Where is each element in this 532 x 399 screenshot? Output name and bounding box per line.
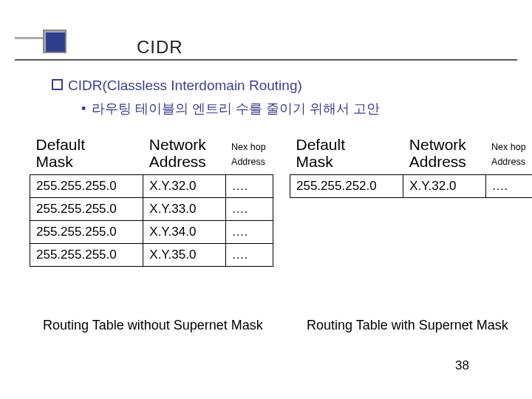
right-caption: Routing Table with Supernet Mask — [307, 318, 508, 333]
bullet-dot-icon: • — [81, 101, 86, 116]
col-header: Address — [409, 153, 466, 170]
cell-mask: 255.255.255.0 — [30, 244, 143, 267]
heading-row: CIDR(Classless Interdomain Routing) — [52, 78, 302, 94]
table-row: 255.255.255.0 X.Y.32.0 …. — [30, 175, 273, 198]
col-header: Nex hop — [491, 142, 526, 152]
cell-mask: 255.255.255.0 — [30, 175, 143, 198]
table-row: 255.255.252.0 X.Y.32.0 …. — [290, 175, 533, 198]
col-header: Nex hop — [231, 142, 266, 152]
table-row: 255.255.255.0 X.Y.34.0 …. — [30, 221, 273, 244]
decor-line — [15, 37, 43, 39]
bullet-hollow-square-icon — [52, 79, 63, 90]
col-header: Address — [231, 157, 265, 167]
cell-hop: …. — [485, 175, 532, 198]
col-header: Address — [149, 153, 206, 170]
cell-mask: 255.255.252.0 — [290, 175, 403, 198]
cell-net: X.Y.32.0 — [403, 175, 485, 198]
col-header: Address — [491, 157, 525, 167]
cell-hop: …. — [225, 198, 273, 221]
left-caption: Routing Table without Supernet Mask — [43, 318, 263, 333]
cell-net: X.Y.32.0 — [143, 175, 225, 198]
title-bullet-square — [43, 30, 66, 53]
routing-table-without-supernet: DefaultMask NetworkAddress Nex hopAddres… — [30, 133, 273, 267]
col-header: Default — [36, 136, 86, 153]
title-underline — [15, 59, 517, 61]
cell-mask: 255.255.255.0 — [30, 221, 143, 244]
col-header: Network — [409, 136, 466, 153]
col-header: Mask — [296, 153, 333, 170]
cell-hop: …. — [225, 221, 273, 244]
cell-net: X.Y.34.0 — [143, 221, 225, 244]
subpoint-text: 라우팅 테이블의 엔트리 수를 줄이기 위해서 고안 — [92, 101, 380, 116]
cell-net: X.Y.33.0 — [143, 198, 225, 221]
heading-text: CIDR(Classless Interdomain Routing) — [68, 78, 302, 93]
col-header: Mask — [36, 153, 73, 170]
page-number: 38 — [455, 358, 469, 373]
table-row: 255.255.255.0 X.Y.33.0 …. — [30, 198, 273, 221]
title-bar: CIDR — [0, 0, 532, 66]
slide-title: CIDR — [137, 37, 183, 58]
col-header: Network — [149, 136, 206, 153]
cell-hop: …. — [225, 175, 273, 198]
cell-net: X.Y.35.0 — [143, 244, 225, 267]
routing-table-with-supernet: DefaultMask NetworkAddress Nex hopAddres… — [290, 133, 532, 198]
table-row: 255.255.255.0 X.Y.35.0 …. — [30, 244, 273, 267]
subpoint-row: •라우팅 테이블의 엔트리 수를 줄이기 위해서 고안 — [81, 100, 380, 117]
cell-hop: …. — [225, 244, 273, 267]
cell-mask: 255.255.255.0 — [30, 198, 143, 221]
col-header: Default — [296, 136, 346, 153]
